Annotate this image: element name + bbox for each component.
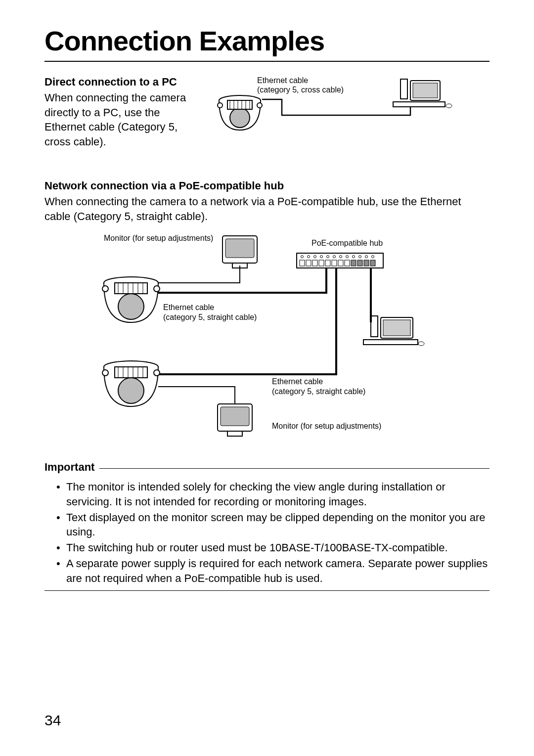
title-rule [44,61,490,62]
dome-camera-icon [102,277,160,322]
svg-point-70 [154,370,160,376]
svg-rect-25 [351,260,356,266]
crt-monitor-icon [222,236,257,268]
section2-title: Network connection via a PoE-compatible … [44,179,490,192]
svg-rect-21 [325,260,330,266]
important-item: The monitor is intended solely for check… [56,480,490,509]
section1-title: Direct connection to a PC [44,76,198,89]
important-end-rule [44,590,490,591]
svg-rect-11 [400,79,407,99]
svg-point-50 [118,294,144,319]
svg-rect-62 [115,367,147,378]
svg-rect-28 [370,260,375,266]
page-title: Connection Examples [44,25,490,57]
important-heading: Important [44,461,94,474]
svg-point-15 [446,104,452,108]
svg-rect-44 [371,316,378,337]
svg-rect-51 [115,283,147,294]
svg-rect-24 [345,260,350,266]
svg-rect-23 [338,260,343,266]
svg-point-58 [102,286,108,292]
section1-body: When connecting the camera directly to a… [44,90,198,149]
svg-rect-18 [306,260,311,266]
svg-point-10 [257,103,262,108]
important-item: The switching hub or router used must be… [56,540,490,555]
svg-point-9 [218,103,222,108]
svg-point-61 [118,378,144,403]
section-direct-connection: Direct connection to a PC When connectin… [44,76,490,160]
diagram-poe-hub: Monitor (for setup adjustments) PoE-comp… [89,233,445,446]
pc-icon [393,79,452,108]
dome-camera-icon [102,361,160,406]
svg-rect-42 [225,239,254,258]
svg-rect-46 [383,320,410,336]
important-item: A separate power supply is required for … [56,556,490,585]
important-item: Text displayed on the monitor screen may… [56,510,490,539]
pc-icon [363,316,424,346]
svg-rect-22 [332,260,337,266]
svg-rect-13 [413,83,438,98]
svg-rect-17 [300,260,305,266]
svg-point-48 [418,342,424,346]
important-heading-row: Important [44,461,490,476]
svg-point-1 [230,108,250,128]
svg-rect-27 [364,260,369,266]
svg-rect-19 [312,260,317,266]
svg-rect-14 [393,102,445,107]
svg-point-59 [154,286,160,292]
diagram-direct-connection: Ethernet cable (category 5, cross cable) [213,76,490,160]
svg-rect-2 [227,100,252,109]
important-list: The monitor is intended solely for check… [44,480,490,585]
section2-body: When connecting the camera to a network … [44,194,490,223]
svg-rect-20 [319,260,324,266]
crt-monitor-icon [218,404,252,436]
svg-rect-26 [357,260,362,266]
svg-rect-73 [227,431,242,436]
page-number: 34 [44,712,61,729]
dome-camera-icon [218,95,262,130]
svg-rect-72 [221,407,249,426]
important-heading-rule [99,468,490,469]
svg-point-69 [102,370,108,376]
poe-hub-icon [297,253,383,268]
svg-rect-47 [363,340,418,345]
